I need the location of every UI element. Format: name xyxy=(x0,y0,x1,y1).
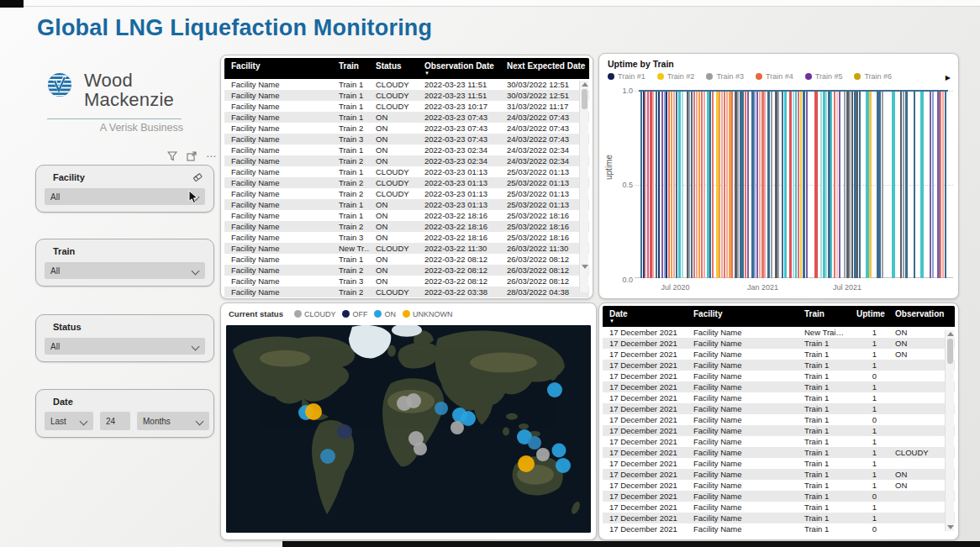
map-legend-item[interactable]: ON xyxy=(374,310,396,318)
column-header[interactable]: Next Expected Date xyxy=(500,58,589,79)
column-header[interactable]: Date▼ xyxy=(603,306,687,327)
uptime-bar[interactable] xyxy=(814,91,818,278)
table-row[interactable]: 17 December 2021Facility NameTrain 11 xyxy=(603,502,955,513)
uptime-bar[interactable] xyxy=(830,91,832,278)
map-legend-item[interactable]: UNKNOWN xyxy=(403,310,453,318)
filter-icon[interactable] xyxy=(167,151,177,161)
table-row[interactable]: Facility NameTrain 1ON2022-03-22 08:1226… xyxy=(224,254,589,265)
uptime-bar[interactable] xyxy=(693,91,695,278)
scrollbar[interactable] xyxy=(945,330,954,531)
table-row[interactable]: Facility NameTrain 2ON2022-03-22 18:1625… xyxy=(224,221,589,232)
facility-status-dot[interactable] xyxy=(337,424,352,439)
facility-status-dot[interactable] xyxy=(450,421,464,434)
table-row[interactable]: 17 December 2021Facility NameTrain 11 xyxy=(603,513,955,523)
uptime-bar[interactable] xyxy=(879,91,881,278)
uptime-bar[interactable] xyxy=(673,91,675,278)
uptime-bar[interactable] xyxy=(678,91,681,278)
table-row[interactable]: Facility NameTrain 1CLOUDY2022-03-23 11:… xyxy=(224,90,589,101)
uptime-bar[interactable] xyxy=(724,91,725,278)
table-row[interactable]: 17 December 2021Facility NameTrain 10 xyxy=(603,523,955,534)
scroll-down-icon[interactable] xyxy=(582,265,588,269)
table-row[interactable]: Facility NameTrain 2ON2022-03-22 08:1226… xyxy=(224,265,589,276)
column-header[interactable]: Status xyxy=(369,58,418,79)
uptime-bar[interactable] xyxy=(882,91,883,278)
uptime-bar[interactable] xyxy=(771,91,772,278)
more-options-icon[interactable]: ⋯ xyxy=(206,153,217,160)
facility-status-dot[interactable] xyxy=(406,393,421,408)
world-map[interactable] xyxy=(226,325,591,533)
train-dropdown[interactable]: All xyxy=(45,262,205,279)
uptime-bar[interactable] xyxy=(789,91,792,278)
uptime-bar[interactable] xyxy=(834,91,835,278)
uptime-bar[interactable] xyxy=(764,91,766,278)
table-row[interactable]: Facility NameTrain 1ON2022-03-22 18:1625… xyxy=(224,210,589,221)
legend-item[interactable]: Train #5 xyxy=(805,72,843,81)
column-header[interactable]: Uptime xyxy=(850,306,888,327)
focus-mode-icon[interactable] xyxy=(187,151,197,161)
uptime-bar[interactable] xyxy=(719,91,720,278)
uptime-bar[interactable] xyxy=(666,91,667,278)
legend-item[interactable]: Train #2 xyxy=(657,72,695,81)
map-legend-item[interactable]: OFF xyxy=(342,310,367,318)
column-header[interactable]: Facility xyxy=(224,58,332,79)
uptime-bar[interactable] xyxy=(945,91,946,278)
uptime-bar[interactable] xyxy=(647,91,649,278)
table-row[interactable]: Facility NameTrain 2CLOUDY2022-03-22 03:… xyxy=(224,287,589,297)
table-row[interactable]: Facility NameNew Tr…CLOUDY2022-03-22 11:… xyxy=(224,243,589,254)
column-header[interactable]: Facility xyxy=(687,306,798,327)
uptime-bar[interactable] xyxy=(900,91,902,278)
table-row[interactable]: 17 December 2021Facility NameNew Trai…1O… xyxy=(603,327,955,338)
facility-status-dot[interactable] xyxy=(320,449,335,464)
uptime-bar[interactable] xyxy=(696,91,698,278)
uptime-bar[interactable] xyxy=(745,91,746,278)
table-row[interactable]: Facility NameTrain 1ON2022-03-23 01:1325… xyxy=(224,199,589,210)
uptime-bar[interactable] xyxy=(698,91,700,278)
scrollbar[interactable] xyxy=(579,81,588,292)
uptime-bar[interactable] xyxy=(869,91,872,278)
table-row[interactable]: 17 December 2021Facility NameTrain 10 xyxy=(603,414,955,425)
uptime-bar[interactable] xyxy=(756,91,758,278)
uptime-bar[interactable] xyxy=(767,91,770,278)
uptime-bar[interactable] xyxy=(806,91,808,278)
legend-item[interactable]: Train #1 xyxy=(608,72,645,81)
uptime-bar[interactable] xyxy=(721,91,723,278)
uptime-bar[interactable] xyxy=(839,91,840,278)
table-row[interactable]: 17 December 2021Facility NameTrain 11 xyxy=(603,403,955,414)
uptime-bar[interactable] xyxy=(652,91,654,278)
facility-status-dot[interactable] xyxy=(435,402,448,415)
scrollbar-thumb[interactable] xyxy=(582,89,587,109)
uptime-bar[interactable] xyxy=(712,91,714,278)
legend-item[interactable]: Train #4 xyxy=(756,72,793,81)
facility-status-dot[interactable] xyxy=(518,455,535,472)
uptime-bar[interactable] xyxy=(703,91,705,278)
uptime-bar[interactable] xyxy=(682,91,683,278)
uptime-bar[interactable] xyxy=(777,91,779,278)
uptime-bar[interactable] xyxy=(800,91,802,278)
table-row[interactable]: 17 December 2021Facility NameTrain 11 xyxy=(603,436,955,447)
status-dropdown[interactable]: All xyxy=(45,338,205,355)
uptime-bar[interactable] xyxy=(676,91,677,278)
legend-item[interactable]: Train #3 xyxy=(706,72,744,81)
facility-status-dot[interactable] xyxy=(536,448,550,461)
map-legend-item[interactable]: CLOUDY xyxy=(294,310,336,318)
table-row[interactable]: Facility NameTrain 2CLOUDY2022-03-23 01:… xyxy=(224,177,589,188)
uptime-bar[interactable] xyxy=(920,91,924,278)
uptime-bar[interactable] xyxy=(795,91,797,278)
scroll-up-icon[interactable] xyxy=(947,332,954,336)
uptime-bar[interactable] xyxy=(688,91,690,278)
date-number-input[interactable]: 24 xyxy=(100,412,130,430)
uptime-bar[interactable] xyxy=(856,91,858,278)
chevron-down-icon[interactable] xyxy=(192,343,199,350)
uptime-bar[interactable] xyxy=(656,91,657,278)
uptime-bar[interactable] xyxy=(914,91,915,278)
uptime-bar[interactable] xyxy=(930,91,931,278)
uptime-bar[interactable] xyxy=(701,91,703,278)
uptime-bar[interactable] xyxy=(747,91,749,278)
chevron-down-icon[interactable] xyxy=(81,418,87,424)
table-row[interactable]: Facility NameTrain 3ON2022-03-23 07:4324… xyxy=(224,134,589,145)
table-row[interactable]: Facility NameTrain 3ON2022-03-22 18:1625… xyxy=(224,232,589,243)
uptime-bar[interactable] xyxy=(940,91,941,278)
date-operator-dropdown[interactable]: Last xyxy=(45,412,93,430)
column-header[interactable]: Observation xyxy=(888,306,955,327)
uptime-bar[interactable] xyxy=(742,91,744,278)
